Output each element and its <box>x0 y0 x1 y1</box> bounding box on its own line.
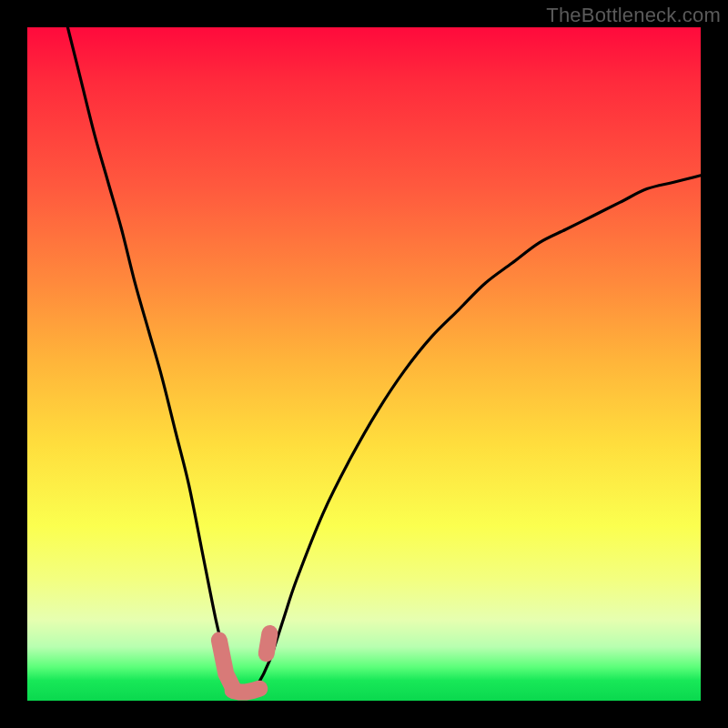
highlight-segment-right <box>267 633 270 653</box>
chart-frame: TheBottleneck.com <box>0 0 728 728</box>
highlight-segment-bottom <box>233 689 260 693</box>
curve-layer <box>27 27 701 701</box>
highlight-segment-left <box>219 640 233 687</box>
bottleneck-curve <box>67 27 701 695</box>
plot-area <box>27 27 701 701</box>
watermark-label: TheBottleneck.com <box>546 4 721 27</box>
